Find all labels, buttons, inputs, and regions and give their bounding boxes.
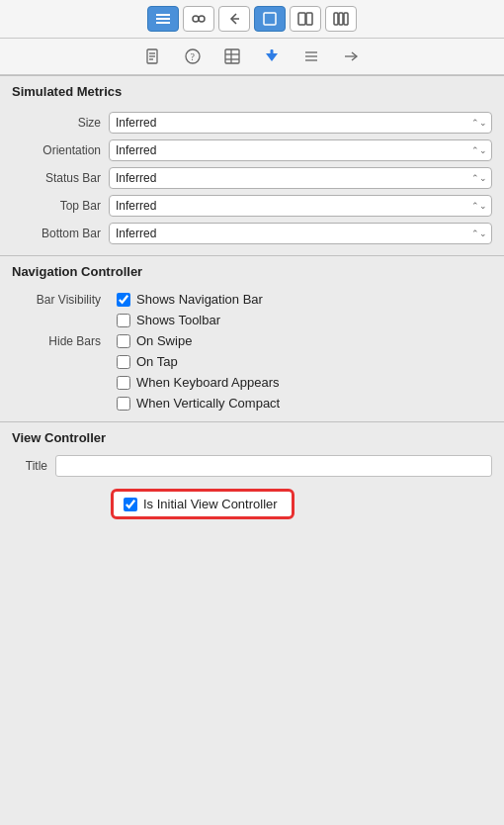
bottombar-select-wrapper[interactable]: Inferred None Tab Bar Toolbar	[109, 223, 492, 244]
help-icon[interactable]: ?	[181, 45, 205, 68]
simulated-metrics-section: Simulated Metrics Size Inferred iPhone 4…	[0, 76, 504, 255]
svg-rect-11	[344, 13, 348, 25]
nav-checkboxes: Bar Visibility Shows Navigation Bar Show…	[0, 285, 504, 421]
view-controller-section: View Controller Title Is Initial View Co…	[0, 422, 504, 527]
view-controller-title: View Controller	[0, 422, 504, 451]
topbar-select-wrapper[interactable]: Inferred None Navigation Bar Translucent…	[109, 195, 492, 217]
navigation-controller-section: Navigation Controller Bar Visibility Sho…	[0, 256, 504, 421]
shows-nav-bar-label: Shows Navigation Bar	[136, 292, 263, 307]
statusbar-label: Status Bar	[12, 171, 101, 185]
top-toolbar	[0, 0, 504, 39]
on-swipe-row: Hide Bars On Swipe	[0, 330, 504, 351]
title-input[interactable]	[55, 455, 492, 477]
shows-nav-bar-checkbox[interactable]	[117, 293, 130, 307]
when-keyboard-label: When Keyboard Appears	[136, 375, 280, 390]
statusbar-select[interactable]: Inferred None Default Black Translucent	[109, 167, 492, 189]
simulated-metrics-form: Size Inferred iPhone 4-inch iPhone 4.7-i…	[0, 105, 504, 255]
svg-rect-23	[271, 49, 274, 56]
shows-toolbar-row: Shows Toolbar	[0, 310, 504, 330]
lines-icon[interactable]	[299, 45, 323, 68]
on-tap-row: On Tap	[0, 351, 504, 372]
svg-rect-0	[156, 14, 170, 16]
on-tap-label: On Tap	[136, 354, 178, 369]
svg-point-3	[193, 16, 199, 22]
shows-toolbar-group: Shows Toolbar	[117, 313, 220, 327]
title-label: Title	[12, 459, 47, 473]
when-keyboard-group: When Keyboard Appears	[117, 375, 280, 390]
svg-rect-7	[298, 13, 305, 25]
shows-nav-bar-row: Bar Visibility Shows Navigation Bar	[0, 289, 504, 310]
when-vertical-checkbox[interactable]	[117, 397, 130, 411]
on-swipe-group: On Swipe	[117, 333, 192, 348]
is-initial-vc-label: Is Initial View Controller	[143, 497, 278, 511]
statusbar-select-wrapper[interactable]: Inferred None Default Black Translucent	[109, 167, 492, 189]
on-tap-checkbox[interactable]	[117, 355, 130, 369]
initial-vc-box: Is Initial View Controller	[111, 489, 294, 519]
initial-vc-row: Is Initial View Controller	[0, 481, 504, 527]
file-icon[interactable]	[141, 45, 165, 68]
size-select-wrapper[interactable]: Inferred iPhone 4-inch iPhone 4.7-inch i…	[109, 112, 492, 134]
shows-toolbar-checkbox[interactable]	[117, 314, 130, 327]
on-swipe-checkbox[interactable]	[117, 334, 130, 348]
bottombar-select[interactable]: Inferred None Tab Bar Toolbar	[109, 223, 492, 244]
orientation-row: Orientation Inferred Portrait Landscape	[0, 137, 504, 164]
size-select[interactable]: Inferred iPhone 4-inch iPhone 4.7-inch i…	[109, 112, 492, 134]
svg-rect-10	[339, 13, 343, 25]
svg-point-4	[199, 16, 205, 22]
when-vertical-label: When Vertically Compact	[136, 396, 280, 411]
bottombar-row: Bottom Bar Inferred None Tab Bar Toolbar	[0, 220, 504, 247]
topbar-label: Top Bar	[12, 199, 101, 213]
svg-rect-9	[334, 13, 338, 25]
orientation-select[interactable]: Inferred Portrait Landscape	[109, 139, 492, 161]
when-vertical-row: When Vertically Compact	[0, 393, 504, 413]
align-button[interactable]	[147, 6, 179, 32]
arrow-down-icon[interactable]	[260, 45, 284, 68]
arrow-right-icon[interactable]	[339, 45, 363, 68]
topbar-row: Top Bar Inferred None Navigation Bar Tra…	[0, 192, 504, 220]
frame1-button[interactable]	[254, 6, 286, 32]
shows-toolbar-label: Shows Toolbar	[136, 313, 220, 327]
table-icon[interactable]	[220, 45, 244, 68]
orientation-label: Orientation	[12, 143, 101, 157]
svg-rect-2	[156, 22, 170, 24]
is-initial-vc-checkbox[interactable]	[124, 498, 137, 511]
svg-rect-6	[264, 13, 276, 25]
when-vertical-group: When Vertically Compact	[117, 396, 280, 411]
svg-text:?: ?	[191, 51, 196, 62]
hide-bars-label: Hide Bars	[12, 334, 101, 348]
shows-nav-group: Shows Navigation Bar	[117, 292, 263, 307]
size-row: Size Inferred iPhone 4-inch iPhone 4.7-i…	[0, 109, 504, 137]
orientation-select-wrapper[interactable]: Inferred Portrait Landscape	[109, 139, 492, 161]
when-keyboard-row: When Keyboard Appears	[0, 372, 504, 393]
on-tap-group: On Tap	[117, 354, 178, 369]
svg-rect-8	[306, 13, 312, 25]
navigation-controller-title: Navigation Controller	[0, 256, 504, 285]
title-row: Title	[0, 451, 504, 481]
when-keyboard-checkbox[interactable]	[117, 376, 130, 390]
svg-rect-18	[225, 49, 239, 63]
bar-visibility-label: Bar Visibility	[12, 293, 101, 307]
topbar-select[interactable]: Inferred None Navigation Bar Translucent…	[109, 195, 492, 217]
bottombar-label: Bottom Bar	[12, 227, 101, 240]
statusbar-row: Status Bar Inferred None Default Black T…	[0, 164, 504, 192]
size-label: Size	[12, 116, 101, 130]
svg-rect-1	[156, 18, 170, 20]
link-button[interactable]	[183, 6, 214, 32]
frame2-button[interactable]	[290, 6, 321, 32]
back-button[interactable]	[218, 6, 250, 32]
icon-toolbar: ?	[0, 39, 504, 75]
simulated-metrics-title: Simulated Metrics	[0, 76, 504, 105]
on-swipe-label: On Swipe	[136, 333, 192, 348]
frame3-button[interactable]	[325, 6, 357, 32]
